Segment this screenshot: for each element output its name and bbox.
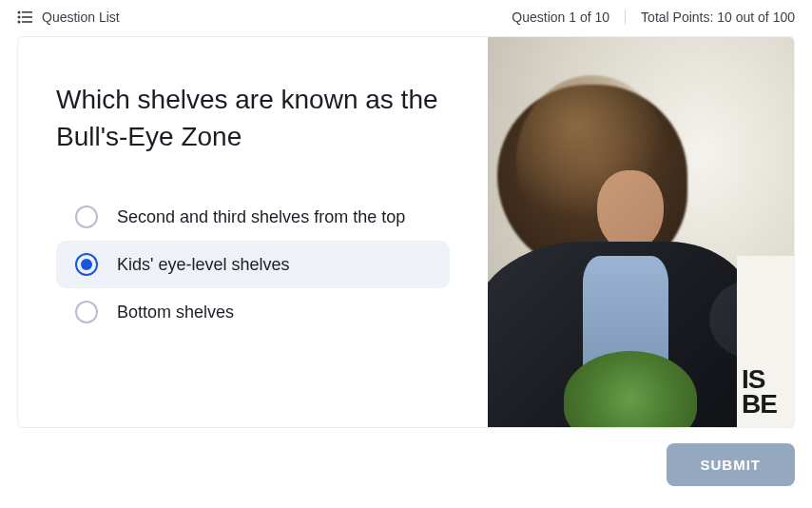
svg-point-4: [18, 21, 21, 24]
option-label: Second and third shelves from the top: [117, 207, 405, 227]
question-panel: Which shelves are known as the Bull's-Ey…: [18, 37, 488, 427]
radio-icon: [75, 301, 98, 323]
option-1[interactable]: Kids' eye-level shelves: [56, 241, 450, 288]
vertical-divider: [625, 10, 626, 25]
svg-rect-1: [22, 11, 32, 13]
submit-row: SUBMIT: [0, 428, 812, 501]
option-label: Bottom shelves: [117, 303, 234, 322]
radio-icon: [75, 205, 98, 228]
radio-icon: [75, 253, 98, 276]
svg-rect-5: [22, 21, 32, 23]
option-2[interactable]: Bottom shelves: [56, 288, 450, 336]
question-card: Which shelves are known as the Bull's-Ey…: [17, 36, 795, 428]
svg-point-2: [18, 16, 21, 19]
question-list-button[interactable]: Question List: [17, 10, 120, 25]
points-label: Total Points: 10 out of 100: [641, 10, 795, 25]
submit-button[interactable]: SUBMIT: [667, 443, 796, 486]
top-bar: Question List Question 1 of 10 Total Poi…: [0, 0, 812, 34]
option-label: Kids' eye-level shelves: [117, 255, 290, 275]
svg-rect-3: [22, 16, 32, 18]
question-title: Which shelves are known as the Bull's-Ey…: [56, 81, 450, 155]
top-bar-right: Question 1 of 10 Total Points: 10 out of…: [512, 10, 795, 25]
question-image: ISBE: [488, 37, 794, 427]
list-icon: [17, 10, 32, 24]
question-list-label: Question List: [42, 10, 120, 25]
options-group: Second and third shelves from the top Ki…: [56, 193, 450, 336]
svg-point-0: [18, 11, 21, 14]
progress-label: Question 1 of 10: [512, 10, 609, 25]
option-0[interactable]: Second and third shelves from the top: [56, 193, 450, 241]
